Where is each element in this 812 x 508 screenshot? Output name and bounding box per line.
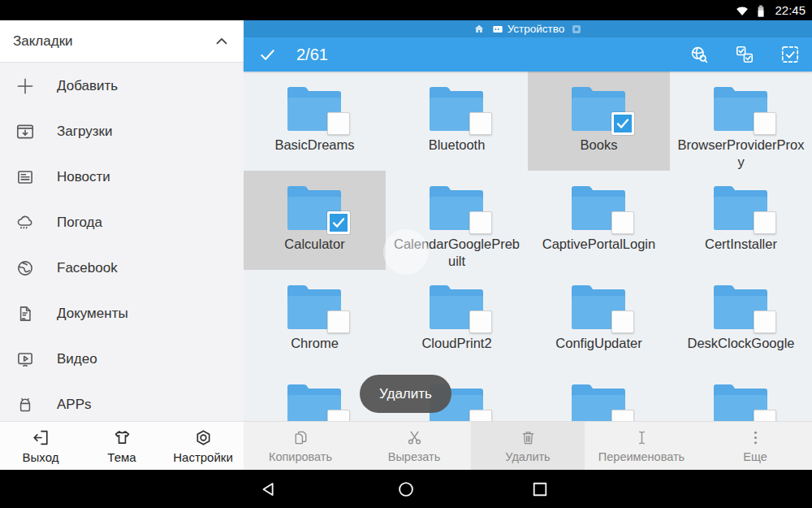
folder-cell-deskclockgoogle[interactable]: DeskClockGoogle	[670, 270, 812, 369]
action-button-label: Переименовать	[598, 450, 685, 463]
globe-icon	[15, 258, 36, 279]
sidebar-item-documents[interactable]: Документы	[0, 291, 244, 336]
checkbox-unchecked-icon[interactable]	[469, 410, 492, 421]
search-globe-icon[interactable]	[689, 44, 710, 65]
checkbox-unchecked-icon[interactable]	[611, 410, 634, 421]
folder-cell-calculator[interactable]: Calculator	[244, 171, 386, 270]
checkbox-unchecked-icon[interactable]	[754, 211, 776, 234]
recents-icon[interactable]	[530, 479, 551, 499]
plus-icon	[15, 76, 36, 97]
back-icon[interactable]	[260, 479, 280, 499]
footer-button-label: Выход	[23, 450, 59, 464]
folder-cell-chrome[interactable]: Chrome	[244, 270, 386, 369]
more-icon	[746, 428, 765, 447]
device-icon	[491, 23, 504, 36]
action-button-label: Удалить	[505, 450, 550, 463]
footer-button-label: Настройки	[173, 450, 233, 464]
apps-icon	[15, 394, 36, 415]
folder-cell-captiveportallogin[interactable]: CaptivePortalLogin	[528, 171, 670, 270]
chevron-up-icon[interactable]	[213, 33, 231, 50]
rename-action-button[interactable]: Переименовать	[585, 422, 698, 470]
selection-toolbar: 2/61	[244, 37, 812, 72]
select-all-icon[interactable]	[780, 44, 801, 65]
cut-action-button[interactable]: Вырезать	[357, 422, 471, 470]
checkbox-unchecked-icon[interactable]	[754, 112, 776, 135]
checkbox-checked-icon[interactable]	[611, 112, 634, 135]
check-icon[interactable]	[258, 46, 277, 64]
sidebar-item-news[interactable]: Новости	[0, 154, 244, 200]
home-circle-icon[interactable]	[396, 479, 417, 499]
folder-name: CaptivePortalLogin	[533, 236, 664, 253]
home-icon[interactable]	[473, 23, 486, 36]
folder-name: ConfigUpdater	[533, 335, 664, 352]
sidebar-footer: ВыходТемаНастройки	[0, 421, 244, 470]
selection-count: 2/61	[296, 46, 328, 64]
tabs-icon[interactable]	[570, 23, 583, 36]
settings-icon	[193, 428, 214, 448]
folder-cell-books[interactable]: Books	[528, 72, 670, 171]
document-icon	[15, 303, 36, 324]
folder-name: CertInstaller	[676, 236, 806, 253]
tab-device-label: Устройство	[508, 23, 565, 35]
exit-button[interactable]: Выход	[0, 422, 81, 470]
video-icon	[15, 349, 36, 370]
checkbox-unchecked-icon[interactable]	[327, 410, 350, 421]
checkbox-checked-icon[interactable]	[327, 211, 350, 234]
sidebar-item-label: Новости	[57, 169, 110, 185]
folder-name: BasicDreams	[249, 137, 380, 154]
folder-cell-calendargoogleprebuilt[interactable]: CalendarGooglePrebuilt	[386, 171, 528, 270]
window-tab-bar: Устройство	[244, 20, 812, 37]
folder-name: Books	[533, 137, 664, 154]
bookmarks-header[interactable]: Закладки	[0, 20, 244, 63]
delete-action-button[interactable]: Удалить	[471, 422, 585, 470]
bookmarks-list: ДобавитьЗагрузкиНовостиПогодаFacebookДок…	[0, 63, 244, 421]
folder-cell-configupdater[interactable]: ConfigUpdater	[528, 270, 670, 369]
settings-button[interactable]: Настройки	[162, 422, 244, 470]
sidebar-item-label: Добавить	[57, 78, 118, 94]
rename-icon	[633, 428, 651, 447]
checkbox-unchecked-icon[interactable]	[611, 310, 634, 333]
copy-action-button[interactable]: Копировать	[244, 422, 357, 470]
folder-cell[interactable]	[670, 369, 812, 421]
cut-icon	[405, 428, 424, 447]
folder-cell-basicdreams[interactable]: BasicDreams	[244, 72, 386, 171]
checkbox-unchecked-icon[interactable]	[327, 112, 350, 135]
folder-cell-certinstaller[interactable]: CertInstaller	[670, 171, 812, 270]
checkbox-unchecked-icon[interactable]	[327, 310, 350, 333]
theme-button[interactable]: Тема	[81, 422, 162, 470]
sidebar-item-add[interactable]: Добавить	[0, 63, 244, 109]
folder-cell[interactable]	[528, 369, 670, 421]
tab-device[interactable]: Устройство	[491, 23, 565, 36]
sidebar-item-label: Документы	[57, 306, 128, 322]
sidebar-item-label: APPs	[57, 397, 92, 413]
folder-name: CalendarGooglePrebuilt	[391, 236, 522, 270]
theme-icon	[112, 428, 132, 448]
checkbox-unchecked-icon[interactable]	[469, 310, 492, 333]
sidebar-item-downloads[interactable]: Загрузки	[0, 109, 244, 154]
delete-toast: Удалить	[360, 375, 451, 413]
file-action-bar: КопироватьВырезатьУдалитьПереименоватьЕщ…	[244, 421, 812, 470]
sidebar-item-video[interactable]: Видео	[0, 336, 244, 382]
wifi-icon	[735, 3, 749, 18]
invert-selection-icon[interactable]	[734, 44, 755, 65]
checkbox-unchecked-icon[interactable]	[754, 410, 776, 421]
action-button-label: Еще	[743, 450, 767, 463]
sidebar-item-facebook[interactable]: Facebook	[0, 245, 244, 291]
checkbox-unchecked-icon[interactable]	[469, 112, 492, 135]
trash-icon	[519, 428, 538, 447]
clock: 22:45	[775, 3, 806, 17]
checkbox-unchecked-icon[interactable]	[611, 211, 634, 234]
android-nav-bar	[0, 470, 812, 508]
sidebar-item-label: Погода	[57, 215, 102, 231]
checkbox-unchecked-icon[interactable]	[469, 211, 492, 234]
sidebar-item-label: Facebook	[57, 260, 118, 276]
checkbox-unchecked-icon[interactable]	[754, 310, 776, 333]
more-action-button[interactable]: Еще	[698, 422, 812, 470]
sidebar-item-apps[interactable]: APPs	[0, 382, 244, 421]
folder-cell-browserproviderproxy[interactable]: BrowserProviderProxy	[670, 72, 812, 171]
folder-cell-bluetooth[interactable]: Bluetooth	[386, 72, 528, 171]
sidebar-item-weather[interactable]: Погода	[0, 200, 244, 245]
action-button-label: Копировать	[269, 450, 332, 463]
footer-button-label: Тема	[107, 450, 136, 464]
folder-cell-cloudprint2[interactable]: CloudPrint2	[386, 270, 528, 369]
